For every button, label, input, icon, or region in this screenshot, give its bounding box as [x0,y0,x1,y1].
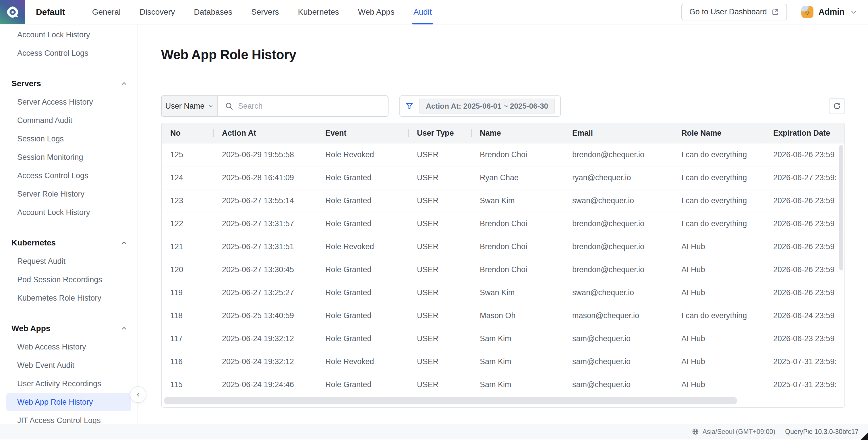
cell-user-type: USER [408,167,471,189]
chevron-left-icon [135,391,141,398]
cell-role-name: AI Hub [673,235,765,258]
nav-item-kubernetes[interactable]: Kubernetes [297,0,340,24]
sidebar-item-server-role-history[interactable]: Server Role History [0,185,137,203]
sidebar-item-access-control-logs[interactable]: Access Control Logs [0,44,137,62]
table-row[interactable]: 1182025-06-25 13:40:59Role GrantedUSERMa… [162,304,844,327]
sidebar-item-command-audit[interactable]: Command Audit [0,111,137,129]
table-row[interactable]: 1252025-06-29 19:55:58Role RevokedUSERBr… [162,143,844,167]
cell-email: brendon@chequer.io [564,143,673,166]
cell-name: Brendon Choi [471,212,564,235]
cell-role-name: I can do everything [673,143,765,166]
chevron-up-icon [120,239,128,246]
sidebar-item-request-audit[interactable]: Request Audit [0,252,137,270]
cell-expiration-date: 2026-06-24 23:59 [765,304,844,327]
sidebar-item-web-app-role-history[interactable]: Web App Role History [6,393,131,411]
cell-expiration-date: 2026-06-26 23:59 [765,258,844,281]
cell-action-at: 2025-06-24 19:32:12 [213,327,317,350]
cell-event: Role Granted [317,167,408,189]
column-header-no: No [162,123,213,143]
search-input[interactable] [238,102,388,111]
user-menu[interactable]: Admin [801,6,858,18]
nav-item-web-apps[interactable]: Web Apps [357,0,396,24]
go-to-user-dashboard-button[interactable]: Go to User Dashboard [681,4,787,21]
cell-event: Role Granted [317,189,408,212]
cell-user-type: USER [408,235,471,258]
main-content: Web App Role History User Name [138,24,868,424]
table-row[interactable]: 1222025-06-27 13:31:57Role GrantedUSERBr… [162,212,844,235]
cell-role-name: I can do everything [673,189,765,212]
sidebar-item-web-event-audit[interactable]: Web Event Audit [0,356,137,375]
chevron-up-icon [120,325,128,332]
cell-event: Role Granted [317,212,408,235]
cell-no: 125 [162,143,213,166]
go-to-user-dashboard-label: Go to User Dashboard [689,7,767,17]
sidebar-item-jit-access-control-logs[interactable]: JIT Access Control Logs [0,411,137,424]
cell-expiration-date: 2025-07-31 23:59: [765,373,844,396]
search-field-selector[interactable]: User Name [162,96,218,116]
primary-nav: GeneralDiscoveryDatabasesServersKubernet… [91,0,433,24]
cell-email: brendon@chequer.io [564,235,673,258]
sidebar-item-access-control-logs[interactable]: Access Control Logs [0,167,137,185]
cell-expiration-date: 2026-06-23 23:59 [765,327,844,350]
cell-action-at: 2025-06-24 19:32:12 [213,350,317,373]
filter-funnel-icon[interactable] [405,102,414,110]
cell-email: swan@chequer.io [564,189,673,212]
cell-event: Role Granted [317,281,408,304]
cell-email: brendon@chequer.io [564,258,673,281]
table-row[interactable]: 1202025-06-27 13:30:45Role GrantedUSERBr… [162,258,844,281]
sidebar-item-kubernetes-role-history[interactable]: Kubernetes Role History [0,289,137,307]
cell-no: 121 [162,235,213,258]
refresh-button[interactable] [829,98,845,114]
nav-item-databases[interactable]: Databases [193,0,234,24]
nav-item-general[interactable]: General [91,0,122,24]
column-header-action-at: Action At [213,123,317,143]
cell-role-name: AI Hub [673,258,765,281]
filter-toolbar: User Name Action At: 2025-0 [161,95,845,117]
table-row[interactable]: 1172025-06-24 19:32:12Role GrantedUSERSa… [162,327,844,350]
sidebar-item-web-access-history[interactable]: Web Access History [0,338,137,356]
sidebar-collapse-button[interactable] [130,386,147,403]
workspace-selector[interactable]: Default [36,7,65,17]
cell-role-name: I can do everything [673,304,765,327]
cell-expiration-date: 2026-06-26 23:59 [765,212,844,235]
cell-name: Brendon Choi [471,258,564,281]
cell-user-type: USER [408,350,471,373]
cell-name: Brendon Choi [471,235,564,258]
external-link-icon [772,8,779,16]
chevron-down-icon [208,103,214,109]
sidebar-section-kubernetes[interactable]: Kubernetes [0,234,137,252]
page-title: Web App Role History [161,47,845,62]
nav-item-servers[interactable]: Servers [250,0,280,24]
table-row[interactable]: 1152025-06-24 19:24:46Role GrantedUSERSa… [162,373,844,396]
cell-no: 117 [162,327,213,350]
sidebar-section-label: Servers [11,79,120,88]
vertical-scrollbar[interactable] [839,145,843,270]
mouse-cursor [861,433,868,440]
horizontal-scrollbar[interactable] [164,397,737,404]
table-body: 1252025-06-29 19:55:58Role RevokedUSERBr… [162,143,844,396]
sidebar-item-user-activity-recordings[interactable]: User Activity Recordings [0,375,137,393]
sidebar-item-session-logs[interactable]: Session Logs [0,129,137,148]
nav-item-discovery[interactable]: Discovery [138,0,176,24]
sidebar-item-account-lock-history[interactable]: Account Lock History [0,203,137,222]
table-row[interactable]: 1162025-06-24 19:32:12Role RevokedUSERSa… [162,350,844,373]
sidebar-section-servers[interactable]: Servers [0,75,137,93]
cell-action-at: 2025-06-25 13:40:59 [213,304,317,327]
table-row[interactable]: 1242025-06-28 16:41:09Role GrantedUSERRy… [162,167,844,189]
sidebar-item-server-access-history[interactable]: Server Access History [0,93,137,111]
querypie-logo[interactable] [0,0,25,24]
cell-action-at: 2025-06-27 13:31:51 [213,235,317,258]
table-row[interactable]: 1232025-06-27 13:55:14Role GrantedUSERSw… [162,189,844,212]
sidebar-item-session-monitoring[interactable]: Session Monitoring [0,148,137,167]
cell-no: 115 [162,373,213,396]
nav-item-audit[interactable]: Audit [412,0,433,24]
cell-event: Role Granted [317,258,408,281]
cell-action-at: 2025-06-27 13:31:57 [213,212,317,235]
table-row[interactable]: 1212025-06-27 13:31:51Role RevokedUSERBr… [162,235,844,258]
table-row[interactable]: 1192025-06-27 13:25:27Role GrantedUSERSw… [162,281,844,304]
sidebar-section-web-apps[interactable]: Web Apps [0,319,137,338]
sidebar-item-account-lock-history[interactable]: Account Lock History [0,26,137,44]
sidebar-item-pod-session-recordings[interactable]: Pod Session Recordings [0,270,137,289]
cell-no: 124 [162,167,213,189]
action-at-date-range-chip[interactable]: Action At: 2025-06-01 ~ 2025-06-30 [419,98,555,114]
